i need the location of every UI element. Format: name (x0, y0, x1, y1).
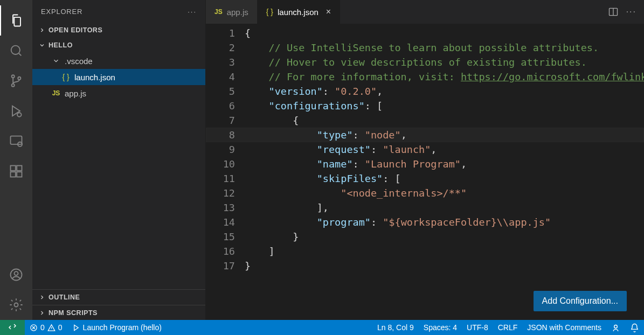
json-icon: { } (266, 8, 273, 16)
chevron-right-icon (38, 310, 46, 316)
status-feedback[interactable] (606, 320, 625, 335)
status-notifications[interactable] (625, 320, 644, 335)
tab-app-js[interactable]: JS app.js (206, 0, 258, 24)
status-indent[interactable]: Spaces: 4 (419, 320, 462, 335)
section-open-editors[interactable]: OPEN EDITORS (32, 23, 205, 38)
section-workspace[interactable]: HELLO (32, 38, 205, 53)
more-icon[interactable]: ··· (188, 8, 197, 16)
tree-file-launch-json[interactable]: { } launch.json (32, 69, 205, 85)
svg-rect-8 (11, 172, 16, 177)
add-configuration-button[interactable]: Add Configuration... (534, 291, 627, 311)
file-tree: .vscode { } launch.json JS app.js (32, 53, 205, 101)
svg-point-3 (18, 77, 20, 80)
error-icon (30, 324, 38, 332)
sidebar: EXPLORER ··· OPEN EDITORS HELLO (32, 0, 206, 320)
svg-rect-9 (17, 172, 22, 177)
status-problems[interactable]: 0 0 (25, 320, 67, 335)
chevron-down-icon (51, 57, 61, 65)
gear-icon (9, 297, 24, 312)
code-editor[interactable]: 1234567891011121314151617 { // Use Intel… (206, 24, 644, 320)
sidebar-title: EXPLORER (41, 8, 82, 16)
svg-point-12 (15, 271, 18, 275)
account-icon (9, 267, 24, 282)
status-encoding[interactable]: UTF-8 (462, 320, 493, 335)
section-outline[interactable]: OUTLINE (32, 290, 205, 305)
activity-settings[interactable] (0, 290, 32, 320)
status-launch-config[interactable]: Launch Program (hello) (67, 320, 167, 335)
svg-point-1 (12, 75, 15, 78)
tree-folder-vscode[interactable]: .vscode (32, 53, 205, 69)
status-eol[interactable]: CRLF (493, 320, 523, 335)
close-icon[interactable]: × (326, 7, 331, 17)
sidebar-title-row: EXPLORER ··· (32, 0, 205, 23)
branch-icon (9, 73, 24, 88)
bell-icon (630, 323, 639, 332)
feedback-icon (611, 323, 620, 332)
play-icon (72, 324, 80, 332)
editor-area: JS app.js { } launch.json × ··· (206, 0, 644, 320)
svg-point-4 (17, 113, 21, 116)
remote-icon (8, 323, 17, 332)
svg-point-16 (614, 325, 618, 328)
chevron-right-icon (38, 294, 46, 301)
svg-rect-10 (17, 166, 22, 171)
chevron-down-icon (38, 42, 46, 48)
play-bug-icon (9, 103, 24, 118)
extensions-icon (9, 164, 24, 179)
search-icon (9, 43, 24, 58)
split-editor-icon[interactable] (608, 6, 619, 17)
svg-point-2 (12, 84, 15, 87)
section-npm-scripts[interactable]: NPM SCRIPTS (32, 305, 205, 320)
warning-icon (47, 324, 56, 332)
code-content[interactable]: { // Use IntelliSense to learn about pos… (245, 24, 644, 320)
more-icon[interactable]: ··· (626, 7, 636, 17)
activity-extensions[interactable] (0, 156, 32, 186)
activity-remote-explorer[interactable] (0, 126, 32, 156)
js-icon: JS (51, 89, 61, 97)
activity-source-control[interactable] (0, 66, 32, 96)
remote-indicator[interactable] (0, 320, 25, 335)
activity-search[interactable] (0, 36, 32, 66)
monitor-icon (9, 134, 24, 149)
activity-bar (0, 0, 32, 320)
js-icon: JS (214, 8, 223, 16)
status-language[interactable]: JSON with Comments (522, 320, 606, 335)
svg-point-0 (11, 46, 20, 54)
activity-explorer[interactable] (0, 5, 32, 36)
line-gutter: 1234567891011121314151617 (206, 24, 245, 320)
chevron-right-icon (38, 27, 46, 33)
svg-rect-5 (11, 136, 22, 144)
files-icon (9, 13, 24, 28)
status-bar: 0 0 Launch Program (hello) Ln 8, Col 9 S… (0, 320, 644, 335)
activity-debug[interactable] (0, 96, 32, 126)
activity-accounts[interactable] (0, 260, 32, 290)
svg-rect-7 (11, 166, 16, 171)
tab-bar: JS app.js { } launch.json × ··· (206, 0, 644, 24)
tab-launch-json[interactable]: { } launch.json × (258, 0, 340, 24)
status-cursor[interactable]: Ln 8, Col 9 (372, 320, 419, 335)
svg-point-13 (15, 303, 18, 307)
tree-file-app-js[interactable]: JS app.js (32, 85, 205, 101)
json-icon: { } (60, 73, 71, 81)
